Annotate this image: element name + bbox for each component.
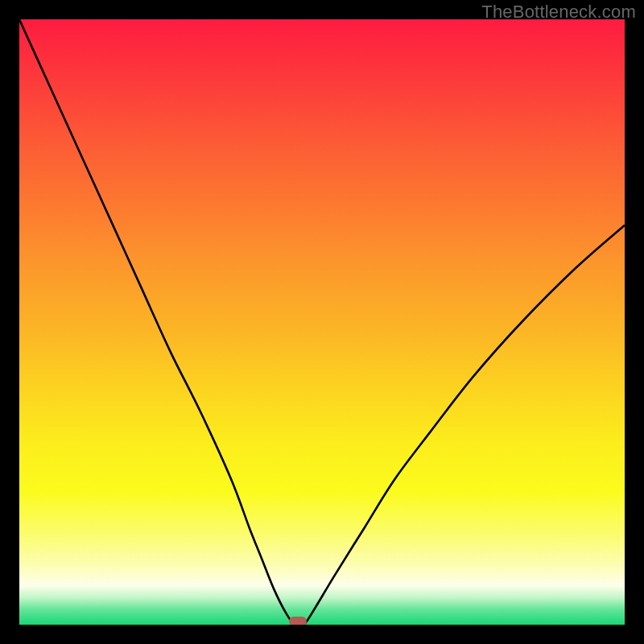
frame-border: TheBottleneck.com <box>0 0 644 644</box>
bottleneck-curve <box>19 19 625 625</box>
plot-area <box>19 19 625 625</box>
optimal-marker <box>289 617 307 625</box>
curve-path <box>19 19 625 625</box>
